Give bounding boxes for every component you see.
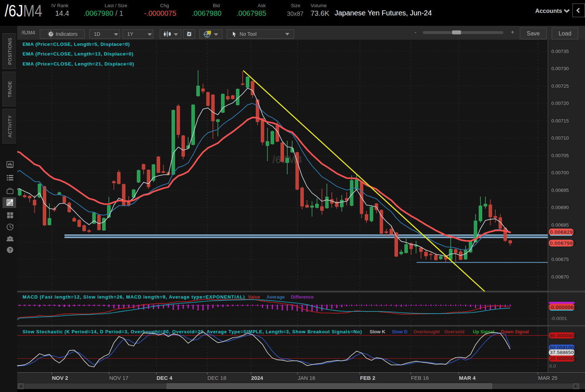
svg-text:80.0000000: 80.0000000: [550, 333, 576, 338]
svg-text:Slow Stochastic (K Period=14,: Slow Stochastic (K Period=14, D Period=3…: [23, 329, 362, 334]
svg-text:Oversold: Oversold: [444, 329, 464, 334]
svg-text:0.00720: 0.00720: [551, 101, 569, 106]
svg-text:JAN 16: JAN 16: [298, 375, 315, 381]
svg-text:MAR 25: MAR 25: [538, 375, 557, 381]
svg-text:0.0068298: 0.0068298: [550, 229, 576, 235]
svg-text:Up Signal: Up Signal: [473, 329, 494, 334]
svg-text:Overbought: Overbought: [413, 329, 440, 334]
svg-text:0.00675: 0.00675: [551, 257, 569, 262]
svg-text:0.00705: 0.00705: [551, 153, 569, 158]
svg-text:0.00735: 0.00735: [551, 49, 569, 54]
svg-text:DEC 18: DEC 18: [207, 375, 226, 381]
svg-text:?: ?: [9, 247, 12, 253]
svg-text:Value: Value: [248, 294, 260, 300]
svg-text:Difference: Difference: [291, 294, 314, 300]
svg-text:0.00685: 0.00685: [551, 222, 569, 228]
svg-text:Slow D: Slow D: [392, 329, 407, 334]
svg-text:0.0: 0.0: [549, 363, 556, 369]
svg-text:Down Signal: Down Signal: [501, 329, 529, 334]
svg-text:MAR 4: MAR 4: [459, 375, 476, 381]
svg-text:Average: Average: [267, 294, 285, 300]
svg-text:-0.0001: -0.0001: [551, 316, 567, 321]
svg-text:0.00710: 0.00710: [551, 135, 569, 141]
svg-text:0.0067980: 0.0067980: [550, 241, 576, 246]
svg-text:NOV 17: NOV 17: [109, 375, 128, 381]
svg-text:-0.0000060: -0.0000060: [549, 305, 576, 310]
svg-text:MACD (Fast length=12, Slow len: MACD (Fast length=12, Slow length=26, MA…: [23, 294, 245, 300]
svg-text:0.00700: 0.00700: [551, 170, 569, 175]
svg-text:2024: 2024: [251, 375, 263, 381]
svg-text:FEB 2: FEB 2: [360, 375, 375, 381]
svg-text:0.00670: 0.00670: [551, 274, 569, 280]
svg-text:DEC 4: DEC 4: [157, 375, 173, 381]
svg-text:0.00730: 0.00730: [551, 66, 569, 71]
svg-text:NOV 2: NOV 2: [52, 375, 68, 381]
svg-text:0.00690: 0.00690: [551, 205, 569, 210]
svg-text:0.00715: 0.00715: [551, 118, 569, 124]
svg-text:EMA (Price=CLOSE, Length=5, Di: EMA (Price=CLOSE, Length=5, Displace=0): [23, 42, 130, 47]
svg-text:EMA (Price=CLOSE, Length=13, D: EMA (Price=CLOSE, Length=13, Displace=0): [23, 51, 133, 57]
svg-text:0.00725: 0.00725: [551, 83, 569, 89]
svg-text:20.0000000: 20.0000000: [550, 356, 576, 361]
svg-text:0.00695: 0.00695: [551, 188, 569, 193]
svg-text:Slow K: Slow K: [370, 329, 385, 334]
svg-text:EMA (Price=CLOSE, Length=21, D: EMA (Price=CLOSE, Length=21, Displace=0): [23, 61, 134, 67]
svg-text:FEB 16: FEB 16: [411, 375, 429, 381]
svg-text:37.5886500: 37.5886500: [550, 350, 576, 355]
